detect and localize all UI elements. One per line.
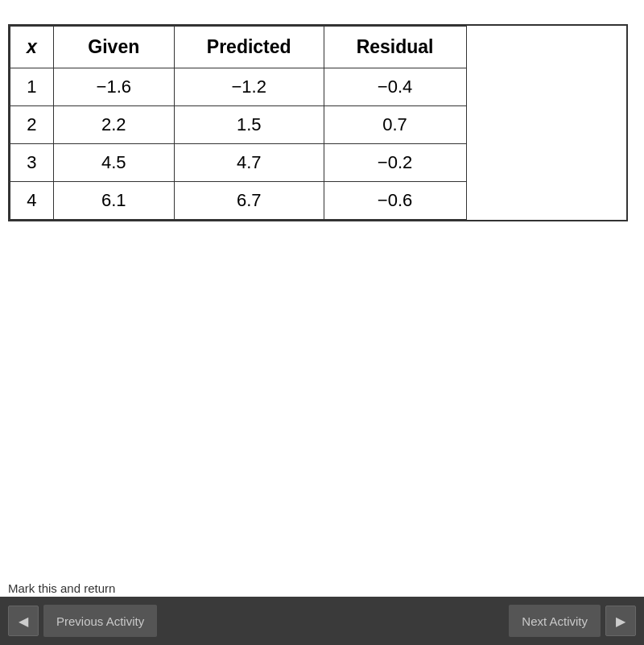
data-table-wrapper: x Given Predicted Residual 1 −1.6 −1.2 −… [8, 24, 628, 221]
col-header-given: Given [53, 27, 174, 68]
cell-predicted-3: 4.7 [174, 144, 324, 182]
table-row: 1 −1.6 −1.2 −0.4 [10, 68, 467, 106]
cell-x-4: 4 [10, 182, 54, 220]
next-nav-group: Next Activity ▶ [509, 605, 636, 637]
table-row: 2 2.2 1.5 0.7 [10, 106, 467, 144]
next-activity-button[interactable]: Next Activity [509, 605, 601, 637]
cell-given-1: −1.6 [53, 68, 174, 106]
cell-predicted-4: 6.7 [174, 182, 324, 220]
cell-x-2: 2 [10, 106, 54, 144]
next-activity-label: Next Activity [522, 614, 588, 628]
col-header-predicted: Predicted [174, 27, 324, 68]
cell-residual-1: −0.4 [324, 68, 466, 106]
next-arrow-button[interactable]: ▶ [605, 606, 636, 636]
main-content: x Given Predicted Residual 1 −1.6 −1.2 −… [0, 0, 644, 645]
col-header-residual: Residual [324, 27, 466, 68]
previous-activity-button[interactable]: Previous Activity [43, 605, 157, 637]
cell-residual-2: 0.7 [324, 106, 466, 144]
table-row: 3 4.5 4.7 −0.2 [10, 144, 467, 182]
cell-residual-3: −0.2 [324, 144, 466, 182]
bottom-navigation-bar: ◀ Previous Activity Next Activity ▶ [0, 597, 644, 645]
previous-activity-label: Previous Activity [56, 614, 144, 628]
prev-arrow-button[interactable]: ◀ [8, 606, 39, 636]
cell-given-2: 2.2 [53, 106, 174, 144]
cell-predicted-2: 1.5 [174, 106, 324, 144]
cell-x-1: 1 [10, 68, 54, 106]
mark-return-text: Mark this and return [8, 581, 115, 595]
data-table: x Given Predicted Residual 1 −1.6 −1.2 −… [10, 26, 467, 220]
right-arrow-icon: ▶ [616, 614, 625, 629]
cell-given-3: 4.5 [53, 144, 174, 182]
prev-nav-group: ◀ Previous Activity [8, 605, 157, 637]
left-arrow-icon: ◀ [19, 614, 28, 629]
cell-given-4: 6.1 [53, 182, 174, 220]
table-row: 4 6.1 6.7 −0.6 [10, 182, 467, 220]
col-header-x: x [10, 27, 54, 68]
cell-predicted-1: −1.2 [174, 68, 324, 106]
cell-x-3: 3 [10, 144, 54, 182]
cell-residual-4: −0.6 [324, 182, 466, 220]
